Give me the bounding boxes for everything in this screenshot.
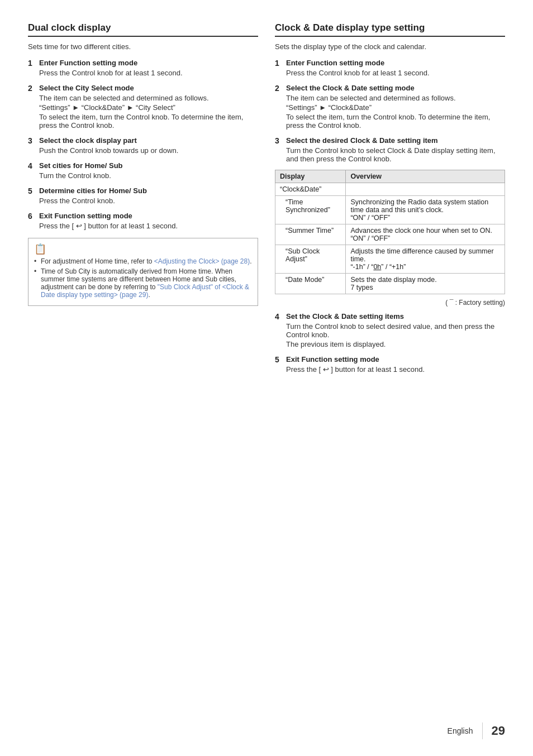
step-title: Set the Clock & Date setting items [286, 312, 404, 320]
footer-language: English [448, 726, 473, 735]
step-body: Turn the Control knob. [39, 171, 258, 180]
note-item-2: Time of Sub City is automatically derive… [34, 267, 252, 299]
table-header-display: Display [275, 170, 346, 183]
right-step-3: 3 Select the desired Clock & Date settin… [275, 136, 505, 163]
step-body: Press the Control knob. [39, 197, 258, 205]
table-row: “Clock&Date” [275, 183, 505, 196]
step-title: Select the desired Clock & Date setting … [286, 136, 438, 145]
step-body: Press the [ ↩ ] button for at least 1 se… [286, 365, 505, 374]
step-title: Select the City Select mode [39, 84, 134, 92]
step-body: Turn the Control knob to select desired … [286, 322, 505, 348]
step-body: Press the Control knob for at least 1 se… [39, 69, 258, 77]
right-step-2: 2 Select the Clock & Date setting mode T… [275, 84, 505, 130]
step-title: Set cities for Home/ Sub [39, 161, 123, 170]
table-cell-display: “Summer Time” [275, 224, 346, 245]
table-cell-overview: Adjusts the time difference caused by su… [346, 245, 505, 274]
table-cell-overview: Sets the date display mode.7 types [346, 274, 505, 294]
page-number: 29 [492, 724, 505, 738]
step-number: 5 [275, 355, 284, 364]
step-number: 1 [275, 59, 284, 68]
step-title: Exit Function setting mode [286, 355, 379, 363]
note-link-2[interactable]: "Sub Clock Adjust" of <Clock & Date disp… [41, 283, 249, 299]
step-number: 4 [275, 312, 284, 321]
left-section-intro: Sets time for two different cities. [28, 42, 258, 51]
left-step-1: 1 Enter Function setting mode Press the … [28, 59, 258, 77]
step-body: Push the Control knob towards up or down… [39, 146, 258, 155]
table-row: “Sub Clock Adjust” Adjusts the time diff… [275, 245, 505, 274]
table-cell-overview: Synchronizing the Radio data system stat… [346, 196, 505, 224]
table-row: “Summer Time” Advances the clock one hou… [275, 224, 505, 245]
step-title: Enter Function setting mode [286, 59, 384, 67]
table-cell-display: “Date Mode” [275, 274, 346, 294]
step-body: Press the [ ↩ ] button for at least 1 se… [39, 222, 258, 230]
left-section-title: Dual clock display [28, 22, 258, 37]
step-number: 5 [28, 186, 37, 195]
step-body: Press the Control knob for at least 1 se… [286, 69, 505, 77]
left-step-4: 4 Set cities for Home/ Sub Turn the Cont… [28, 161, 258, 180]
right-step-1: 1 Enter Function setting mode Press the … [275, 59, 505, 77]
step-title: Select the clock display part [39, 136, 137, 145]
table-cell-overview [346, 183, 505, 196]
step-body: The item can be selected and determined … [286, 94, 505, 130]
right-step-5: 5 Exit Function setting mode Press the [… [275, 355, 505, 374]
step-title: Select the Clock & Date setting mode [286, 84, 415, 92]
table-cell-display: “Time Synchronized” [275, 196, 346, 224]
footer-divider [482, 722, 483, 739]
right-section-title: Clock & Date display type setting [275, 22, 505, 37]
note-list: For adjustment of Home time, refer to <A… [34, 257, 252, 299]
left-column: Dual clock display Sets time for two dif… [28, 22, 258, 380]
page-footer: English 29 [448, 722, 505, 739]
step-body: The item can be selected and determined … [39, 94, 258, 130]
left-step-2: 2 Select the City Select mode The item c… [28, 84, 258, 130]
note-icon: 📋 [34, 243, 252, 255]
table-header-overview: Overview [346, 170, 505, 183]
right-step-4: 4 Set the Clock & Date setting items Tur… [275, 312, 505, 348]
step-title: Determine cities for Home/ Sub [39, 186, 147, 195]
display-table: Display Overview “Clock&Date” “Time Sync… [275, 170, 505, 294]
step-number: 1 [28, 59, 37, 68]
note-link-1[interactable]: <Adjusting the Clock> (page 28) [154, 257, 250, 265]
table-row: “Date Mode” Sets the date display mode.7… [275, 274, 505, 294]
left-step-3: 3 Select the clock display part Push the… [28, 136, 258, 155]
step-number: 3 [28, 136, 37, 145]
left-step-6: 6 Exit Function setting mode Press the [… [28, 212, 258, 230]
note-box: 📋 For adjustment of Home time, refer to … [28, 238, 258, 306]
step-number: 2 [275, 84, 284, 93]
note-item-1: For adjustment of Home time, refer to <A… [34, 257, 252, 265]
step-number: 2 [28, 84, 37, 93]
table-cell-overview: Advances the clock one hour when set to … [346, 224, 505, 245]
step-title: Enter Function setting mode [39, 59, 137, 67]
step-body: Turn the Control knob to select Clock & … [286, 146, 505, 163]
step-number: 4 [28, 161, 37, 170]
left-step-5: 5 Determine cities for Home/ Sub Press t… [28, 186, 258, 205]
step-number: 6 [28, 212, 37, 221]
table-row: “Time Synchronized” Synchronizing the Ra… [275, 196, 505, 224]
factory-note: ( ¯ : Factory setting) [275, 299, 505, 307]
table-cell-display: “Sub Clock Adjust” [275, 245, 346, 274]
step-number: 3 [275, 136, 284, 145]
right-section-intro: Sets the display type of the clock and c… [275, 42, 505, 51]
table-cell-display: “Clock&Date” [275, 183, 346, 196]
step-title: Exit Function setting mode [39, 212, 132, 220]
right-column: Clock & Date display type setting Sets t… [275, 22, 505, 380]
